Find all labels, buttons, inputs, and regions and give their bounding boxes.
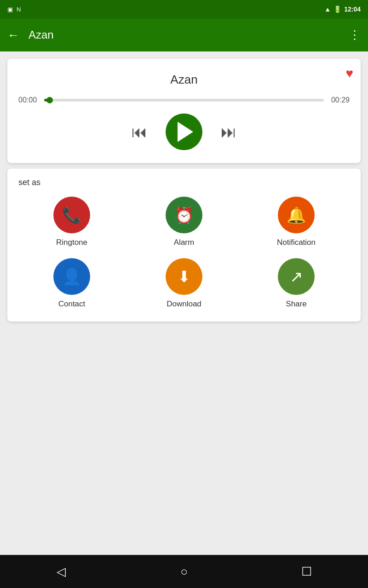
more-icon: ⋮ [349, 28, 361, 42]
share-icon-circle: ↗ [278, 258, 315, 295]
favorite-button[interactable]: ♥ [345, 66, 353, 81]
bottom-nav: ◁ ○ ☐ [0, 555, 368, 588]
player-card: ♥ Azan 00:00 00:29 ⏮ ⏭ [7, 59, 361, 163]
notification-item[interactable]: 🔔 Notification [243, 197, 350, 247]
network-icon: N [17, 6, 21, 13]
main-content: ♥ Azan 00:00 00:29 ⏮ ⏭ set as [0, 51, 368, 555]
more-options-button[interactable]: ⋮ [349, 28, 361, 42]
ringtone-label: Ringtone [56, 238, 87, 247]
nav-home-icon: ○ [180, 565, 188, 579]
clock: 12:04 [344, 6, 361, 13]
phone-icon: 📞 [62, 206, 81, 224]
download-item[interactable]: ⬇ Download [131, 258, 237, 309]
controls-row: ⏮ ⏭ [18, 113, 350, 150]
progress-dot [46, 97, 53, 103]
share-label: Share [286, 300, 306, 309]
nav-recents-button[interactable]: ☐ [293, 558, 321, 585]
total-time: 00:29 [329, 96, 350, 104]
heart-icon: ♥ [345, 66, 353, 80]
share-item[interactable]: ↗ Share [243, 258, 350, 309]
next-button[interactable]: ⏭ [221, 123, 236, 141]
back-arrow-icon: ← [7, 28, 19, 42]
back-button[interactable]: ← [7, 28, 19, 42]
nav-recents-icon: ☐ [301, 565, 312, 579]
contact-label: Contact [58, 300, 86, 309]
nav-home-button[interactable]: ○ [170, 558, 198, 585]
download-icon: ⬇ [178, 267, 190, 286]
current-time: 00:00 [18, 96, 39, 104]
download-label: Download [167, 300, 201, 309]
contact-icon-circle: 👤 [53, 258, 90, 295]
status-bar-right: ▲ 🔋 12:04 [324, 6, 361, 13]
set-as-grid: 📞 Ringtone ⏰ Alarm 🔔 Notification 👤 [18, 197, 350, 309]
download-icon-circle: ⬇ [166, 258, 202, 295]
progress-row: 00:00 00:29 [18, 96, 350, 104]
bell-icon: 🔔 [287, 206, 306, 224]
progress-bar[interactable] [44, 99, 324, 102]
set-as-label: set as [18, 178, 350, 187]
notification-icon-circle: 🔔 [278, 197, 315, 233]
nav-back-icon: ◁ [57, 565, 66, 579]
alarm-icon-circle: ⏰ [166, 197, 202, 233]
share-icon: ↗ [290, 267, 303, 286]
contact-item[interactable]: 👤 Contact [18, 258, 125, 309]
play-icon [178, 122, 193, 142]
contact-icon: 👤 [62, 267, 81, 286]
battery-icon: 🔋 [334, 6, 341, 13]
alarm-item[interactable]: ⏰ Alarm [131, 197, 237, 247]
progress-fill [44, 99, 50, 102]
status-bar: ▣ N ▲ 🔋 12:04 [0, 0, 368, 18]
track-title: Azan [18, 73, 350, 87]
signal-icon: ▲ [324, 6, 331, 13]
notification-icon: ▣ [7, 6, 13, 13]
nav-back-button[interactable]: ◁ [47, 558, 75, 585]
ringtone-item[interactable]: 📞 Ringtone [18, 197, 125, 247]
play-button[interactable] [166, 113, 202, 150]
app-bar-title: Azan [29, 28, 339, 41]
set-as-card: set as 📞 Ringtone ⏰ Alarm 🔔 Notification [7, 169, 361, 322]
previous-icon: ⏮ [132, 123, 147, 141]
alarm-label: Alarm [174, 238, 194, 247]
ringtone-icon-circle: 📞 [53, 197, 90, 233]
notification-label: Notification [277, 238, 316, 247]
status-bar-left: ▣ N [7, 6, 21, 13]
alarm-icon: ⏰ [174, 206, 194, 224]
next-icon: ⏭ [221, 123, 236, 141]
previous-button[interactable]: ⏮ [132, 123, 147, 141]
app-bar: ← Azan ⋮ [0, 18, 368, 51]
